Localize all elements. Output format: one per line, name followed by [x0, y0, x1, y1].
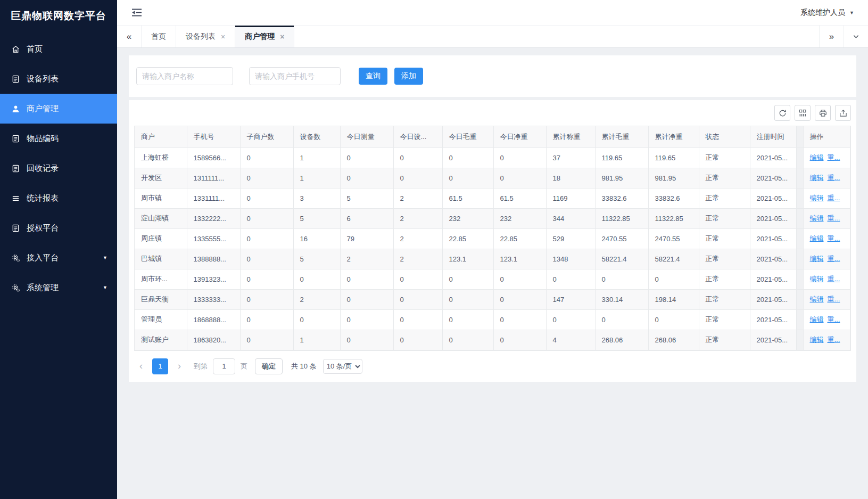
reset-link[interactable]: 重...	[828, 315, 840, 323]
table-cell: 0	[595, 309, 648, 330]
table-cell: 123.1	[442, 249, 493, 269]
edit-link[interactable]: 编辑	[810, 153, 824, 161]
menu-fold-icon[interactable]	[132, 9, 142, 17]
sidebar-item-statistics-report[interactable]: 统计报表	[0, 183, 117, 213]
sidebar-item-access-platform[interactable]: 接入平台▼	[0, 243, 117, 273]
tabbar: « 首页设备列表×商户管理× »	[117, 26, 868, 48]
table-cell: 2021-05...	[750, 168, 796, 188]
sidebar: 巨鼎物联网数字平台 首页设备列表商户管理物品编码回收记录统计报表授权平台接入平台…	[0, 0, 117, 499]
edit-link[interactable]: 编辑	[810, 295, 824, 303]
reset-link[interactable]: 重...	[828, 174, 840, 182]
edit-link[interactable]: 编辑	[810, 174, 824, 182]
table-cell: 981.95	[648, 168, 699, 188]
table-cell: 147	[546, 289, 595, 309]
next-page-icon[interactable]: ›	[173, 361, 185, 372]
tab-home[interactable]: 首页	[142, 26, 176, 47]
edit-link[interactable]: 编辑	[810, 275, 824, 283]
prev-page-icon[interactable]: ‹	[135, 361, 147, 372]
reset-link[interactable]: 重...	[828, 275, 840, 283]
confirm-button[interactable]: 确定	[255, 358, 283, 374]
print-icon[interactable]	[815, 105, 831, 121]
table-cell: 0	[240, 228, 293, 249]
tab-label: 商户管理	[245, 32, 275, 42]
table-cell: 0	[442, 309, 493, 330]
table-cell: 0	[595, 269, 648, 289]
edit-link[interactable]: 编辑	[810, 315, 824, 323]
table-cell: 0	[240, 289, 293, 309]
table-cell: 119.65	[648, 148, 699, 168]
table-cell: 0	[493, 309, 546, 330]
table-row: 周市镇1331111...035261.561.5116933832.63383…	[135, 188, 850, 208]
page-size-select[interactable]: 10 条/页	[323, 359, 362, 374]
table-cell: 正常	[699, 208, 750, 228]
tab-device-list[interactable]: 设备列表×	[176, 26, 235, 47]
merchant-name-input[interactable]	[136, 67, 233, 85]
tab-close-icon[interactable]: ×	[221, 33, 225, 40]
column-header: 累计毛重	[595, 126, 648, 148]
columns-icon[interactable]	[795, 105, 811, 121]
scrollbar-gutter	[796, 309, 803, 330]
table-cell: 198.14	[648, 289, 699, 309]
table-cell: 2021-05...	[750, 208, 796, 228]
table-cell: 18	[546, 168, 595, 188]
table-cell: 0	[393, 148, 442, 168]
tabs-menu-button[interactable]	[844, 26, 868, 47]
table-cell: 1169	[546, 188, 595, 208]
sidebar-menu: 首页设备列表商户管理物品编码回收记录统计报表授权平台接入平台▼系统管理▼	[0, 32, 117, 302]
user-menu[interactable]: 系统维护人员 ▼	[800, 8, 854, 18]
scrollbar-gutter	[796, 249, 803, 269]
sidebar-item-home[interactable]: 首页	[0, 34, 117, 64]
tab-close-icon[interactable]: ×	[280, 33, 284, 40]
table-cell: 0	[442, 330, 493, 350]
app-root: 巨鼎物联网数字平台 首页设备列表商户管理物品编码回收记录统计报表授权平台接入平台…	[0, 0, 868, 499]
sidebar-item-recycle-records[interactable]: 回收记录	[0, 153, 117, 183]
reset-link[interactable]: 重...	[828, 194, 840, 202]
tabs-scroll-right-button[interactable]: »	[819, 26, 844, 47]
table-cell: 0	[340, 330, 393, 350]
table-cell: 232	[442, 208, 493, 228]
export-icon[interactable]	[835, 105, 851, 121]
sidebar-item-device-list[interactable]: 设备列表	[0, 64, 117, 94]
table-cell: 37	[546, 148, 595, 168]
reset-link[interactable]: 重...	[828, 153, 840, 161]
actions-cell: 编辑重...	[803, 188, 850, 208]
sidebar-item-merchant-management[interactable]: 商户管理	[0, 94, 117, 124]
refresh-icon[interactable]	[774, 105, 790, 121]
query-button[interactable]: 查询	[359, 68, 387, 85]
edit-link[interactable]: 编辑	[810, 255, 824, 263]
home-icon	[11, 44, 20, 54]
document-icon	[11, 163, 20, 173]
merchant-phone-input[interactable]	[249, 67, 341, 85]
goto-page-input[interactable]	[213, 358, 235, 374]
table-cell: 1391323...	[187, 269, 240, 289]
edit-link[interactable]: 编辑	[810, 336, 824, 343]
reset-link[interactable]: 重...	[828, 255, 840, 263]
sidebar-item-authorized-platform[interactable]: 授权平台	[0, 213, 117, 243]
table-cell: 33832.6	[648, 188, 699, 208]
table-cell: 0	[240, 249, 293, 269]
tabbar-right-controls: »	[819, 26, 868, 47]
edit-link[interactable]: 编辑	[810, 234, 824, 242]
table-cell: 330.14	[595, 289, 648, 309]
column-header: 累计净重	[648, 126, 699, 148]
sidebar-item-label: 授权平台	[27, 223, 59, 233]
tab-label: 设备列表	[186, 32, 216, 42]
user-icon	[11, 104, 20, 113]
add-button[interactable]: 添加	[394, 68, 423, 85]
scrollbar-gutter	[796, 126, 803, 148]
reset-link[interactable]: 重...	[828, 214, 840, 222]
table-cell: 1863820...	[187, 330, 240, 350]
reset-link[interactable]: 重...	[828, 295, 840, 303]
reset-link[interactable]: 重...	[828, 234, 840, 242]
reset-link[interactable]: 重...	[828, 336, 840, 343]
edit-link[interactable]: 编辑	[810, 214, 824, 222]
main-area: 系统维护人员 ▼ « 首页设备列表×商户管理× » 查询 添加	[117, 0, 868, 499]
caret-down-icon: ▼	[849, 10, 854, 15]
tab-merchant-management[interactable]: 商户管理×	[235, 26, 294, 47]
tabs-scroll-left-button[interactable]: «	[117, 26, 142, 47]
table-cell: 232	[493, 208, 546, 228]
sidebar-item-item-code[interactable]: 物品编码	[0, 124, 117, 153]
current-page-button[interactable]: 1	[152, 358, 168, 374]
edit-link[interactable]: 编辑	[810, 194, 824, 202]
sidebar-item-system-management[interactable]: 系统管理▼	[0, 273, 117, 302]
